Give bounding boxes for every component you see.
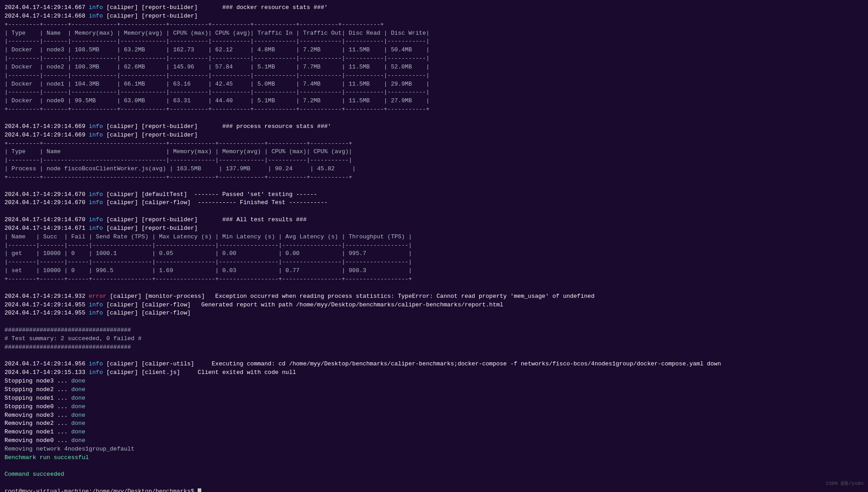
terminal-line: | Type | Name | Memory(max) | Memory(avg… bbox=[5, 29, 863, 38]
terminal-line bbox=[5, 284, 863, 292]
watermark: CSDN @洛/yuān bbox=[826, 480, 863, 487]
terminal-line bbox=[5, 207, 863, 216]
terminal-line: | set | 10000 | 0 | 996.5 | 1.69 | 0.03 … bbox=[5, 267, 863, 275]
terminal-line: | Docker | node2 | 100.3MB | 62.6MB | 14… bbox=[5, 63, 863, 72]
terminal-line: Removing network 4nodes1group_default bbox=[5, 445, 863, 454]
terminal-line: 2024.04.17-14:29:14.955 info [caliper] [… bbox=[5, 301, 863, 310]
terminal-line: |---------|-------|-------------|-------… bbox=[5, 72, 863, 80]
terminal-line: Removing node3 ... done bbox=[5, 411, 863, 420]
terminal-line: 2024.04.17-14:29:14.669 info [caliper] [… bbox=[5, 131, 863, 140]
terminal-line: 2024.04.17-14:29:14.956 info [caliper] [… bbox=[5, 360, 863, 369]
terminal-line: 2024.04.17-14:29:14.670 info [caliper] [… bbox=[5, 216, 863, 224]
terminal-line: +---------+-----------------------------… bbox=[5, 140, 863, 148]
terminal-line: Stopping node1 ... done bbox=[5, 394, 863, 403]
terminal-output: 2024.04.17-14:29:14.667 info [caliper] [… bbox=[5, 4, 863, 492]
terminal-line bbox=[5, 462, 863, 471]
terminal-line: | get | 10000 | 0 | 1000.1 | 0.05 | 0.00… bbox=[5, 250, 863, 258]
terminal-line: |--------|-------|------|---------------… bbox=[5, 258, 863, 267]
terminal-line: Removing node2 ... done bbox=[5, 419, 863, 428]
terminal-line: +---------+-------+-------------+-------… bbox=[5, 105, 863, 114]
terminal-line: |---------|-------|-------------|-------… bbox=[5, 55, 863, 63]
terminal-line: 2024.04.17-14:29:14.670 info [caliper] [… bbox=[5, 191, 863, 199]
terminal-line: | Process | node fiscoBcosClientWorker.j… bbox=[5, 165, 863, 173]
terminal-line bbox=[5, 352, 863, 360]
terminal-line bbox=[5, 182, 863, 191]
terminal-line: 2024.04.17-14:29:14.955 info [caliper] [… bbox=[5, 309, 863, 318]
terminal-line: | Type | Name | Memory(max) | Memory(avg… bbox=[5, 148, 863, 156]
terminal-line: | Docker | node3 | 108.5MB | 63.2MB | 16… bbox=[5, 46, 863, 55]
terminal-line: Stopping node3 ... done bbox=[5, 377, 863, 386]
terminal-line: #################################### bbox=[5, 326, 863, 335]
terminal-line: 2024.04.17-14:29:14.671 info [caliper] [… bbox=[5, 224, 863, 233]
terminal-line: +---------+-------+-------------+-------… bbox=[5, 21, 863, 29]
terminal-line: |--------|-------|------|---------------… bbox=[5, 241, 863, 250]
terminal-line: 2024.04.17-14:29:14.667 info [caliper] [… bbox=[5, 4, 863, 12]
terminal-line bbox=[5, 479, 863, 487]
terminal-line: |---------|-------|-------------|-------… bbox=[5, 88, 863, 97]
terminal-line: Removing node0 ... done bbox=[5, 437, 863, 445]
terminal-line: |---------|-------|-------------|-------… bbox=[5, 37, 863, 46]
terminal-line bbox=[5, 114, 863, 123]
terminal-line: +--------+-------+------+---------------… bbox=[5, 275, 863, 284]
terminal-line: Removing node1 ... done bbox=[5, 428, 863, 437]
terminal-line: +---------+-----------------------------… bbox=[5, 173, 863, 182]
terminal-line: 2024.04.17-14:29:14.668 info [caliper] [… bbox=[5, 12, 863, 21]
terminal-line: | Docker | node1 | 104.3MB | 66.1MB | 63… bbox=[5, 80, 863, 89]
terminal-line: |---------|-----------------------------… bbox=[5, 156, 863, 165]
terminal-line: Command succeeded bbox=[5, 470, 863, 479]
terminal-line: #################################### bbox=[5, 343, 863, 352]
terminal-line: | Docker | node0 | 99.5MB | 63.0MB | 63.… bbox=[5, 97, 863, 105]
terminal-line: 2024.04.17-14:29:15.133 info [caliper] [… bbox=[5, 369, 863, 377]
terminal-line: | Name | Succ | Fail | Send Rate (TPS) |… bbox=[5, 233, 863, 241]
terminal-line: root@myy-virtual-machine:/home/myy/Deskt… bbox=[5, 487, 863, 492]
terminal-line: Stopping node2 ... done bbox=[5, 386, 863, 394]
terminal-line: # Test summary: 2 succeeded, 0 failed # bbox=[5, 335, 863, 343]
terminal-line bbox=[5, 318, 863, 326]
terminal-line: Benchmark run successful bbox=[5, 454, 863, 462]
terminal-line: 2024.04.17-14:29:14.670 info [caliper] [… bbox=[5, 199, 863, 207]
terminal-line: Stopping node0 ... done bbox=[5, 403, 863, 411]
terminal-line: 2024.04.17-14:29:14.932 error [caliper] … bbox=[5, 292, 863, 301]
terminal-line: 2024.04.17-14:29:14.669 info [caliper] [… bbox=[5, 123, 863, 131]
